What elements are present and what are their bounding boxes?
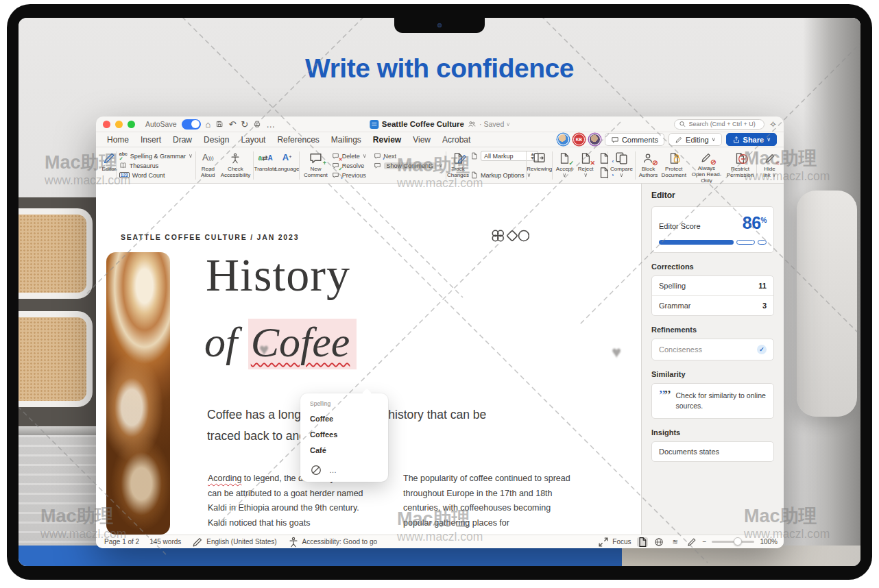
autosave-toggle[interactable] xyxy=(182,119,201,130)
similarity-card[interactable]: ”” Check for similarity to online source… xyxy=(651,383,774,419)
home-icon[interactable]: ⌂ xyxy=(206,120,211,129)
zoom-slider-knob[interactable] xyxy=(734,537,742,546)
previous-change-icon[interactable]: ‹ xyxy=(598,155,610,162)
accept-change-button[interactable]: ✓ Accept ∨ xyxy=(554,149,575,182)
compare-icon xyxy=(614,151,629,164)
reviewing-pane-button[interactable]: Reviewing xyxy=(528,149,551,182)
heart-cursor: ♥ xyxy=(612,343,621,362)
restrict-permission-button[interactable]: Restrict Permission xyxy=(725,149,755,182)
redo-icon[interactable]: ↻ xyxy=(241,120,248,129)
refinements-card: Conciseness ✓ xyxy=(651,339,774,360)
read-only-icon: ⊘ xyxy=(700,151,712,164)
next-change-icon[interactable]: › xyxy=(598,169,610,176)
avatar[interactable]: KB xyxy=(573,134,585,145)
read-aloud-button[interactable]: A))) Read Aloud xyxy=(197,149,219,182)
word-count-button[interactable]: 123 Word Count xyxy=(119,171,193,180)
web-layout-view-button[interactable] xyxy=(653,537,664,547)
spelling-corrections-row[interactable]: Spelling 11 xyxy=(652,276,773,295)
saved-status[interactable]: · Saved ∨ xyxy=(479,120,510,128)
zoom-level[interactable]: 100% xyxy=(760,538,778,546)
previous-comment-button[interactable]: ‹ Previous xyxy=(332,171,367,180)
language-icon: A⁺ xyxy=(282,151,292,164)
next-comment-button[interactable]: › Next xyxy=(374,151,443,160)
suggestion-item[interactable]: Coffee xyxy=(310,415,378,423)
new-comment-icon: + xyxy=(309,151,323,164)
tab-design[interactable]: Design xyxy=(204,135,229,145)
misspelled-word[interactable]: Acording xyxy=(208,474,241,483)
new-comment-button[interactable]: + New Comment xyxy=(301,149,330,182)
hide-ink-icon: ≈ xyxy=(764,151,776,164)
ignore-icon[interactable] xyxy=(310,464,322,476)
accessibility-status[interactable]: Accessibility: Good to go xyxy=(287,536,378,548)
tab-view[interactable]: View xyxy=(413,135,431,145)
protect-document-button[interactable]: Protect Document xyxy=(660,149,688,182)
focus-mode-button[interactable]: Focus xyxy=(597,536,631,548)
shared-people-icon xyxy=(468,120,476,128)
more-toolbar-icon[interactable]: … xyxy=(266,120,275,129)
zoom-window-button[interactable] xyxy=(128,121,135,128)
search-box[interactable] xyxy=(674,119,764,130)
language-button[interactable]: A⁺ Language xyxy=(276,149,298,182)
proofing-pen-icon xyxy=(191,536,204,548)
outline-view-button[interactable]: ≋ xyxy=(670,537,681,547)
translate-button[interactable]: a⇄A Translate xyxy=(255,149,276,182)
track-changes-button[interactable]: Track Changes xyxy=(448,149,468,182)
accessibility-status-icon xyxy=(287,536,300,548)
tab-mailings[interactable]: Mailings xyxy=(331,135,361,145)
editing-mode-button[interactable]: Editing∨ xyxy=(669,133,722,146)
block-authors-button[interactable]: ⊘ Block Authors xyxy=(637,149,659,182)
document-heading-line1: History xyxy=(206,248,350,302)
zoom-slider[interactable] xyxy=(712,541,754,543)
suggestion-item[interactable]: Coffees xyxy=(310,430,378,439)
connections-icon[interactable]: ✧ xyxy=(769,120,777,129)
show-comments-button[interactable]: Show Comments∨ xyxy=(374,161,443,170)
zoom-out-button[interactable]: − xyxy=(703,538,707,546)
hide-ink-button[interactable]: ≈ Hide Ink ∨ xyxy=(758,149,781,182)
next-comment-icon: › xyxy=(374,152,381,160)
document-stats-row[interactable]: Documents states xyxy=(652,442,773,461)
word-count-status[interactable]: 145 words xyxy=(149,538,181,546)
resolve-comment-button[interactable]: ✓ Resolve xyxy=(332,161,367,170)
tab-draw[interactable]: Draw xyxy=(173,135,192,145)
grammar-corrections-row[interactable]: Grammar 3 xyxy=(652,295,773,315)
tab-insert[interactable]: Insert xyxy=(141,135,161,145)
background-food-tray xyxy=(19,208,93,299)
titlebar-actions: KB Comments Editing∨ Share∨ xyxy=(557,133,777,146)
document-canvas[interactable]: SEATTLE COFFEE CULTURE / JAN 2023 Histor… xyxy=(96,184,641,535)
resolve-comment-icon: ✓ xyxy=(332,162,339,169)
background-couch xyxy=(797,191,857,417)
insights-title: Insights xyxy=(651,428,774,437)
book-icon xyxy=(119,162,127,169)
comments-button[interactable]: Comments xyxy=(605,133,664,146)
delete-comment-button[interactable]: ✕ Delete∨ xyxy=(332,151,367,160)
tab-home[interactable]: Home xyxy=(107,135,129,145)
avatar[interactable] xyxy=(589,134,601,145)
language-status[interactable]: English (United States) xyxy=(191,536,276,548)
page-indicator[interactable]: Page 1 of 2 xyxy=(104,538,139,546)
avatar[interactable] xyxy=(557,134,569,145)
proofing-group: abc✓ Spelling & Grammar∨ Thesaurus 123 W… xyxy=(118,149,194,182)
always-open-read-only-button[interactable]: ⊘ Always Open Read-Only xyxy=(688,149,725,182)
print-layout-view-button[interactable] xyxy=(637,537,648,547)
spelling-suggestions-popup: Spelling Coffee Coffees Café … xyxy=(300,393,388,482)
more-options-button[interactable]: … xyxy=(329,466,337,474)
reject-change-button[interactable]: ✕ Reject ∨ xyxy=(575,149,596,182)
search-input[interactable] xyxy=(689,121,760,127)
undo-icon[interactable]: ↶ xyxy=(228,120,236,129)
draft-view-button[interactable] xyxy=(686,537,697,547)
spelling-grammar-button[interactable]: abc✓ Spelling & Grammar∨ xyxy=(119,151,193,160)
minimize-window-button[interactable] xyxy=(115,121,123,128)
thesaurus-button[interactable]: Thesaurus xyxy=(119,161,193,170)
save-icon[interactable] xyxy=(215,120,224,128)
print-icon[interactable] xyxy=(253,120,261,128)
tab-layout[interactable]: Layout xyxy=(241,135,265,145)
delete-comment-icon: ✕ xyxy=(332,152,339,160)
suggestion-item[interactable]: Café xyxy=(310,446,378,454)
tab-review[interactable]: Review xyxy=(373,135,401,145)
check-accessibility-button[interactable]: Check Accessibility xyxy=(219,149,252,182)
tab-acrobat[interactable]: Acrobat xyxy=(442,135,470,145)
close-window-button[interactable] xyxy=(103,121,110,128)
share-button[interactable]: Share∨ xyxy=(726,133,777,146)
tab-references[interactable]: References xyxy=(277,135,319,145)
conciseness-row[interactable]: Conciseness ✓ xyxy=(652,339,773,360)
